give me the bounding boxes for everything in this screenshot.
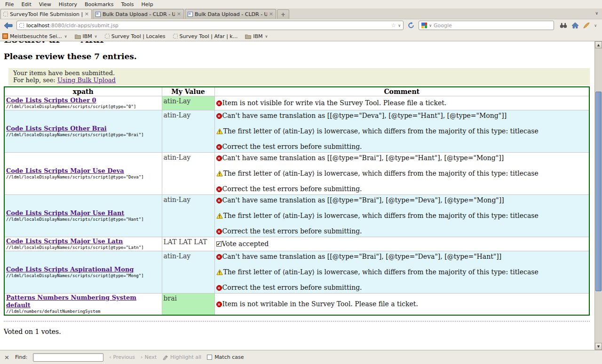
bookmark-label: Meistbesuchte Sei...: [10, 33, 62, 39]
search-engine-chevron-icon[interactable]: ∨: [429, 23, 432, 28]
value-cell: atin-Lay: [162, 153, 214, 195]
vertical-scrollbar[interactable]: ▲ ▼: [594, 41, 602, 350]
bookmark-item-2[interactable]: IBM∨: [75, 33, 97, 39]
comment-line: ×Correct the test errors before submitti…: [216, 185, 588, 194]
vote-accepted-icon: ✓: [216, 241, 222, 247]
tab-list-chevron-icon[interactable]: ∨: [595, 11, 602, 17]
url-text: localhost:8080/cldr-apps/submit.jsp: [26, 23, 119, 29]
home-icon[interactable]: [571, 22, 579, 29]
review-table: xpathMy ValueComment Code Lists Scripts …: [4, 86, 590, 316]
bookmark-item-4[interactable]: Survey Tool | Afar | k...: [173, 33, 238, 39]
comment-line: The first letter of ⟨atin-Lay⟩ is lowerc…: [216, 211, 588, 220]
comment-text: Can't have same translation as [[@type="…: [222, 111, 507, 120]
menu-view[interactable]: View: [36, 1, 55, 8]
menu-tools[interactable]: Tools: [118, 1, 137, 8]
comment-text: Can't have same translation as [[@type="…: [222, 196, 504, 205]
tab-close-icon[interactable]: ×: [85, 12, 89, 16]
match-case-toggle[interactable]: Match case: [207, 354, 244, 360]
browser-tab[interactable]: Bulk Data Upload - CLDR - Un...×: [93, 9, 184, 19]
placeholder-favicon: [105, 34, 110, 39]
previous-chevron-icon: ‹: [109, 354, 111, 360]
google-icon: [421, 23, 427, 28]
menu-edit[interactable]: Edit: [18, 1, 34, 8]
search-bar[interactable]: ∨ Google: [419, 21, 554, 30]
comment-cell: ×Can't have same translation as [[@type=…: [214, 195, 589, 237]
firefox-window: FileEditViewHistoryBookmarksToolsHelp Su…: [0, 0, 602, 364]
highlighter-icon: [162, 355, 168, 360]
urlbar-actions: ☆ ∨: [391, 23, 401, 28]
browser-tab[interactable]: Bulk Data Upload - CLDR - Un...×: [185, 9, 276, 19]
comment-line: ×Item is not visible for write via the S…: [216, 99, 588, 108]
tab-title: Bulk Data Upload - CLDR - Un...: [195, 11, 267, 17]
back-button[interactable]: [2, 21, 14, 30]
bookmark-item-1[interactable]: Meistbesuchte Sei...∨: [2, 33, 67, 39]
menu-history[interactable]: History: [55, 1, 80, 8]
value-cell: atin-Lay: [162, 195, 214, 237]
comment-cell: ×Item is not visible for write via the S…: [214, 96, 589, 110]
bookmark-item-5[interactable]: IBM∨: [245, 33, 268, 39]
xpath-link[interactable]: Code Lists Scripts Major Use Hant: [6, 209, 160, 217]
find-next-button[interactable]: › Next: [141, 354, 157, 360]
reload-icon: [408, 22, 414, 29]
comment-line: ×Correct the test errors before submitti…: [216, 227, 588, 236]
reload-button[interactable]: [406, 21, 416, 30]
url-host: localhost: [26, 23, 49, 29]
toolbar-overflow-chevron-icon[interactable]: ∨: [594, 23, 597, 28]
comment-cell: ×Item is not writable in the Survey Tool…: [214, 294, 589, 316]
highlight-all-button[interactable]: Highlight all: [162, 354, 201, 360]
error-icon: ×: [216, 186, 222, 192]
comment-line: ×Can't have same translation as [[@type=…: [216, 111, 588, 120]
using-bulk-upload-link[interactable]: Using Bulk Upload: [57, 77, 116, 84]
table-row: Code Lists Scripts Aspirational Mong//ld…: [4, 251, 589, 294]
scroll-down-icon: ▼: [597, 345, 600, 349]
find-label: Find:: [15, 354, 27, 360]
xpath-link[interactable]: Patterns Numbers Numbering System defaul…: [6, 294, 160, 309]
scrollbar-thumb[interactable]: [595, 92, 602, 291]
menu-bookmarks[interactable]: Bookmarks: [81, 1, 117, 8]
xpath-link[interactable]: Code Lists Scripts Major Use Latn: [6, 238, 160, 245]
clipped-page-heading: Locale: af — 'Afar': [4, 41, 590, 45]
tab-title: Bulk Data Upload - CLDR - Un...: [103, 11, 175, 17]
find-close-icon[interactable]: ×: [4, 354, 9, 361]
browser-tab[interactable]: SurveyTool File Submission | ...×: [0, 9, 92, 19]
folder-icon: [245, 34, 251, 39]
scroll-up-button[interactable]: ▲: [595, 41, 602, 48]
tab-close-icon[interactable]: ×: [269, 12, 273, 16]
notice-help-prefix: For help, see:: [13, 77, 57, 84]
comment-line: ×Can't have same translation as [[@type=…: [216, 252, 588, 261]
url-bar[interactable]: localhost:8080/cldr-apps/submit.jsp ☆ ∨: [16, 21, 404, 30]
xpath-path: //ldml/localeDisplayNames/scripts/script…: [6, 104, 160, 109]
review-heading: Please review these 7 entries.: [4, 52, 590, 61]
xpath-link[interactable]: Code Lists Scripts Other 0: [6, 97, 160, 104]
comment-text: Correct the test errors before submittin…: [222, 227, 362, 236]
error-icon: ×: [216, 101, 222, 106]
value-cell: atin-Lay: [162, 251, 214, 294]
new-tab-button[interactable]: +: [277, 9, 289, 19]
table-row: Code Lists Scripts Major Use Deva//ldml/…: [4, 153, 589, 195]
bookmark-star-icon[interactable]: ☆: [391, 23, 396, 28]
tab-close-icon[interactable]: ×: [177, 12, 181, 16]
scroll-down-button[interactable]: ▼: [595, 343, 602, 350]
match-case-checkbox-icon[interactable]: [207, 355, 212, 360]
quill-icon[interactable]: [583, 22, 590, 29]
xpath-cell: Code Lists Scripts Other Brai//ldml/loca…: [4, 110, 162, 153]
error-icon: ×: [216, 254, 222, 260]
find-previous-button[interactable]: ‹ Previous: [109, 354, 135, 360]
comment-text: Correct the test errors before submittin…: [222, 283, 362, 292]
menu-file[interactable]: File: [2, 1, 17, 8]
xpath-link[interactable]: Code Lists Scripts Other Brai: [6, 125, 160, 132]
binoculars-find-icon[interactable]: [560, 23, 567, 28]
table-header-row: xpathMy ValueComment: [4, 87, 589, 96]
xpath-link[interactable]: Code Lists Scripts Aspirational Mong: [6, 266, 160, 273]
back-icon: [4, 22, 13, 29]
error-icon: ×: [216, 144, 222, 150]
url-dropdown-chevron-icon[interactable]: ∨: [398, 23, 401, 28]
checkbox-checked-icon: ✓: [216, 241, 222, 247]
xpath-link[interactable]: Code Lists Scripts Major Use Deva: [6, 167, 160, 175]
column-header-comment: Comment: [214, 87, 589, 96]
new-tab-icon: +: [281, 11, 285, 18]
find-input[interactable]: [33, 353, 103, 362]
bookmark-item-3[interactable]: Survey Tool | Locales: [105, 33, 166, 39]
bookmark-label: IBM: [83, 33, 92, 39]
menu-help[interactable]: Help: [138, 1, 157, 8]
